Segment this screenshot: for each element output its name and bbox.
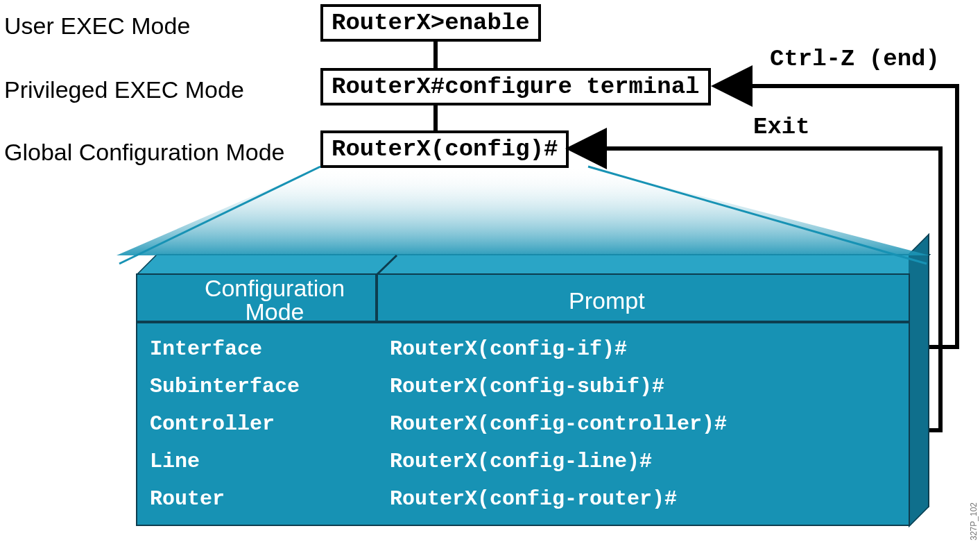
table-header-row-sep: [136, 321, 910, 323]
table-header-prompt: Prompt: [569, 287, 645, 314]
image-id: 327P_102: [969, 502, 979, 541]
svg-line-4: [588, 167, 927, 264]
table-row: RouterX(config-router)#: [390, 487, 677, 511]
table-row: RouterX(config-subif)#: [390, 375, 664, 398]
table-header-mode-line1: Configuration Mode: [198, 276, 351, 323]
svg-marker-2: [117, 167, 929, 255]
table-header-mode: Configuration Mode: [198, 276, 351, 323]
table-row: Line: [150, 450, 200, 473]
table-header-col-sep: [375, 273, 378, 322]
privileged-exec-mode-label: Privileged EXEC Mode: [4, 76, 244, 103]
priv-exec-cmd-box: RouterX#configure terminal: [320, 68, 711, 105]
user-exec-cmd-box: RouterX>enable: [320, 4, 541, 42]
config-table-top-face: [136, 254, 931, 275]
table-row: Subinterface: [150, 375, 300, 398]
ctrl-z-label: Ctrl-Z (end): [770, 46, 940, 72]
global-config-mode-label: Global Configuration Mode: [4, 139, 284, 166]
table-row: RouterX(config-line)#: [390, 450, 652, 473]
table-row: RouterX(config-if)#: [390, 337, 627, 361]
exit-label: Exit: [753, 114, 810, 140]
table-row: Controller: [150, 412, 275, 436]
config-table-side-face: [909, 233, 929, 527]
table-row: Router: [150, 487, 225, 511]
table-row: RouterX(config-controller)#: [390, 412, 727, 436]
user-exec-mode-label: User EXEC Mode: [4, 12, 190, 40]
table-row: Interface: [150, 337, 262, 361]
global-cfg-cmd-box: RouterX(config)#: [320, 130, 569, 168]
svg-line-3: [119, 167, 320, 264]
